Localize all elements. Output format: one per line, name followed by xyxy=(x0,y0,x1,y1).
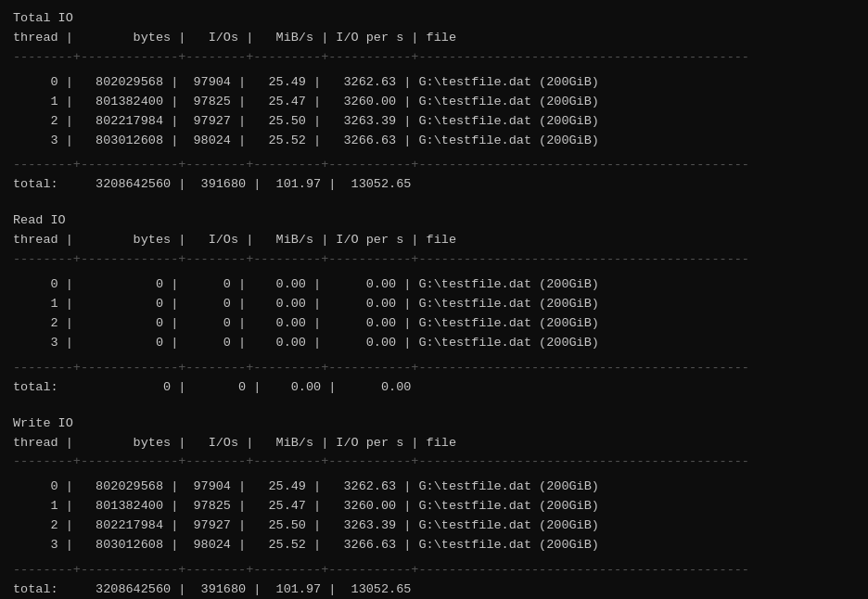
total-io-row-0: 0 | 802029568 | 97904 | 25.49 | 3262.63 … xyxy=(13,73,855,93)
write-io-row-2: 2 | 802217984 | 97927 | 25.50 | 3263.39 … xyxy=(13,516,855,536)
read-io-divider-bottom: --------+-------------+--------+--------… xyxy=(13,359,855,378)
total-io-row-3: 3 | 803012608 | 98024 | 25.52 | 3266.63 … xyxy=(13,132,855,151)
section-total-io: Total IO thread | bytes | I/Os | MiB/s |… xyxy=(13,9,855,195)
write-io-row-3: 3 | 803012608 | 98024 | 25.52 | 3266.63 … xyxy=(13,536,855,555)
read-io-row-0: 0 | 0 | 0 | 0.00 | 0.00 | G:\testfile.da… xyxy=(13,275,855,295)
total-io-divider-bottom: --------+-------------+--------+--------… xyxy=(13,156,855,175)
read-io-divider-top: --------+-------------+--------+--------… xyxy=(13,250,855,270)
read-io-row-2: 2 | 0 | 0 | 0.00 | 0.00 | G:\testfile.da… xyxy=(13,314,855,334)
write-io-title: Write IO thread | bytes | I/Os | MiB/s |… xyxy=(13,414,855,453)
total-io-row-2: 2 | 802217984 | 97927 | 25.50 | 3263.39 … xyxy=(13,112,855,132)
read-io-title: Read IO thread | bytes | I/Os | MiB/s | … xyxy=(13,211,855,250)
section-read-io: Read IO thread | bytes | I/Os | MiB/s | … xyxy=(13,211,855,397)
total-io-title: Total IO thread | bytes | I/Os | MiB/s |… xyxy=(13,9,855,48)
section-write-io: Write IO thread | bytes | I/Os | MiB/s |… xyxy=(13,414,855,599)
total-io-row-1: 1 | 801382400 | 97825 | 25.47 | 3260.00 … xyxy=(13,93,855,112)
write-io-row-0: 0 | 802029568 | 97904 | 25.49 | 3262.63 … xyxy=(13,478,855,497)
total-io-total: total: 3208642560 | 391680 | 101.97 | 13… xyxy=(13,175,855,195)
terminal-output: Total IO thread | bytes | I/Os | MiB/s |… xyxy=(13,9,855,599)
write-io-divider-bottom: --------+-------------+--------+--------… xyxy=(13,561,855,580)
write-io-divider-top: --------+-------------+--------+--------… xyxy=(13,452,855,472)
read-io-row-1: 1 | 0 | 0 | 0.00 | 0.00 | G:\testfile.da… xyxy=(13,295,855,314)
write-io-row-1: 1 | 801382400 | 97825 | 25.47 | 3260.00 … xyxy=(13,497,855,516)
read-io-row-3: 3 | 0 | 0 | 0.00 | 0.00 | G:\testfile.da… xyxy=(13,334,855,353)
total-io-divider-top: --------+-------------+--------+--------… xyxy=(13,48,855,68)
read-io-total: total: 0 | 0 | 0.00 | 0.00 xyxy=(13,378,855,398)
write-io-total: total: 3208642560 | 391680 | 101.97 | 13… xyxy=(13,580,855,599)
